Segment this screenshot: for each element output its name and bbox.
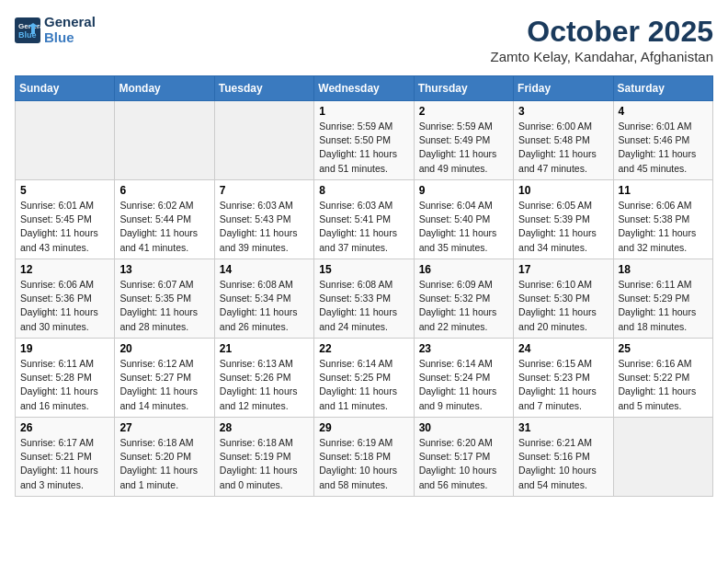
day-detail: Sunrise: 6:11 AMSunset: 5:28 PMDaylight:… [20,357,109,413]
weekday-header-monday: Monday [115,76,214,101]
calendar-cell: 16Sunrise: 6:09 AMSunset: 5:32 PMDayligh… [414,259,513,339]
day-number: 23 [419,342,508,355]
calendar-cell: 1Sunrise: 5:59 AMSunset: 5:50 PMDaylight… [314,101,414,180]
day-number: 10 [518,184,608,197]
calendar-cell: 22Sunrise: 6:14 AMSunset: 5:25 PMDayligh… [314,339,414,418]
day-number: 14 [220,263,309,276]
calendar-cell: 29Sunrise: 6:19 AMSunset: 5:18 PMDayligh… [314,418,414,497]
calendar-cell: 13Sunrise: 6:07 AMSunset: 5:35 PMDayligh… [115,259,214,339]
calendar-cell: 23Sunrise: 6:14 AMSunset: 5:24 PMDayligh… [414,339,513,418]
day-number: 1 [319,105,408,118]
calendar-cell: 2Sunrise: 5:59 AMSunset: 5:49 PMDaylight… [414,101,513,180]
logo-blue: Blue [44,30,96,46]
day-number: 18 [619,263,708,276]
day-detail: Sunrise: 6:11 AMSunset: 5:29 PMDaylight:… [619,278,708,334]
day-detail: Sunrise: 6:04 AMSunset: 5:40 PMDaylight:… [419,199,508,255]
day-detail: Sunrise: 5:59 AMSunset: 5:50 PMDaylight:… [319,120,408,176]
calendar-cell: 9Sunrise: 6:04 AMSunset: 5:40 PMDaylight… [414,180,513,259]
day-detail: Sunrise: 5:59 AMSunset: 5:49 PMDaylight:… [419,120,508,176]
calendar-cell [613,418,712,497]
day-number: 27 [119,421,209,434]
calendar-cell: 7Sunrise: 6:03 AMSunset: 5:43 PMDaylight… [214,180,313,259]
calendar-cell [214,101,313,180]
day-number: 12 [20,263,109,276]
calendar-cell: 31Sunrise: 6:21 AMSunset: 5:16 PMDayligh… [514,418,613,497]
calendar-cell: 4Sunrise: 6:01 AMSunset: 5:46 PMDaylight… [613,101,712,180]
day-detail: Sunrise: 6:06 AMSunset: 5:38 PMDaylight:… [619,199,708,255]
day-number: 30 [419,421,508,434]
day-number: 16 [419,263,508,276]
day-detail: Sunrise: 6:17 AMSunset: 5:21 PMDaylight:… [20,436,109,492]
day-number: 22 [319,342,408,355]
day-detail: Sunrise: 6:18 AMSunset: 5:20 PMDaylight:… [119,436,209,492]
calendar-cell: 17Sunrise: 6:10 AMSunset: 5:30 PMDayligh… [514,259,613,339]
day-number: 19 [20,342,109,355]
day-detail: Sunrise: 6:01 AMSunset: 5:45 PMDaylight:… [20,199,109,255]
calendar-cell: 11Sunrise: 6:06 AMSunset: 5:38 PMDayligh… [613,180,712,259]
day-detail: Sunrise: 6:10 AMSunset: 5:30 PMDaylight:… [518,278,608,334]
calendar-cell: 30Sunrise: 6:20 AMSunset: 5:17 PMDayligh… [414,418,513,497]
day-number: 8 [319,184,408,197]
calendar-cell: 20Sunrise: 6:12 AMSunset: 5:27 PMDayligh… [115,339,214,418]
calendar-cell [115,101,214,180]
weekday-header-friday: Friday [514,76,613,101]
calendar-cell: 25Sunrise: 6:16 AMSunset: 5:22 PMDayligh… [613,339,712,418]
weekday-header-wednesday: Wednesday [314,76,414,101]
calendar-cell: 27Sunrise: 6:18 AMSunset: 5:20 PMDayligh… [115,418,214,497]
day-number: 13 [119,263,209,276]
day-detail: Sunrise: 6:20 AMSunset: 5:17 PMDaylight:… [419,436,508,492]
calendar-cell [16,101,115,180]
day-detail: Sunrise: 6:06 AMSunset: 5:36 PMDaylight:… [20,278,109,334]
day-number: 21 [220,342,309,355]
day-detail: Sunrise: 6:21 AMSunset: 5:16 PMDaylight:… [518,436,608,492]
day-number: 28 [220,421,309,434]
day-detail: Sunrise: 6:14 AMSunset: 5:25 PMDaylight:… [319,357,408,413]
day-number: 5 [20,184,109,197]
day-detail: Sunrise: 6:14 AMSunset: 5:24 PMDaylight:… [419,357,508,413]
day-number: 17 [518,263,608,276]
day-number: 29 [319,421,408,434]
calendar-cell: 3Sunrise: 6:00 AMSunset: 5:48 PMDaylight… [514,101,613,180]
day-number: 25 [619,342,708,355]
day-number: 31 [518,421,608,434]
calendar-cell: 24Sunrise: 6:15 AMSunset: 5:23 PMDayligh… [514,339,613,418]
calendar-cell: 12Sunrise: 6:06 AMSunset: 5:36 PMDayligh… [16,259,115,339]
subtitle: Zamto Kelay, Kandahar, Afghanistan [491,49,713,64]
day-number: 3 [518,105,608,118]
calendar-cell: 18Sunrise: 6:11 AMSunset: 5:29 PMDayligh… [613,259,712,339]
day-number: 9 [419,184,508,197]
day-detail: Sunrise: 6:15 AMSunset: 5:23 PMDaylight:… [518,357,608,413]
day-number: 24 [518,342,608,355]
day-detail: Sunrise: 6:01 AMSunset: 5:46 PMDaylight:… [619,120,708,176]
day-detail: Sunrise: 6:03 AMSunset: 5:43 PMDaylight:… [220,199,309,255]
day-detail: Sunrise: 6:18 AMSunset: 5:19 PMDaylight:… [220,436,309,492]
day-number: 4 [619,105,708,118]
day-number: 2 [419,105,508,118]
day-detail: Sunrise: 6:08 AMSunset: 5:34 PMDaylight:… [220,278,309,334]
calendar-cell: 26Sunrise: 6:17 AMSunset: 5:21 PMDayligh… [16,418,115,497]
day-detail: Sunrise: 6:05 AMSunset: 5:39 PMDaylight:… [518,199,608,255]
title-section: October 2025 Zamto Kelay, Kandahar, Afgh… [491,15,713,64]
calendar-cell: 15Sunrise: 6:08 AMSunset: 5:33 PMDayligh… [314,259,414,339]
calendar-cell: 10Sunrise: 6:05 AMSunset: 5:39 PMDayligh… [514,180,613,259]
month-title: October 2025 [491,15,713,49]
day-detail: Sunrise: 6:08 AMSunset: 5:33 PMDaylight:… [319,278,408,334]
day-number: 11 [619,184,708,197]
day-number: 20 [119,342,209,355]
day-detail: Sunrise: 6:19 AMSunset: 5:18 PMDaylight:… [319,436,408,492]
day-detail: Sunrise: 6:16 AMSunset: 5:22 PMDaylight:… [619,357,708,413]
day-detail: Sunrise: 6:03 AMSunset: 5:41 PMDaylight:… [319,199,408,255]
day-number: 26 [20,421,109,434]
logo-general: General [44,15,96,30]
day-detail: Sunrise: 6:07 AMSunset: 5:35 PMDaylight:… [119,278,209,334]
logo: General Blue General Blue [15,15,96,45]
calendar-cell: 19Sunrise: 6:11 AMSunset: 5:28 PMDayligh… [16,339,115,418]
calendar-cell: 8Sunrise: 6:03 AMSunset: 5:41 PMDaylight… [314,180,414,259]
weekday-header-tuesday: Tuesday [214,76,313,101]
weekday-header-sunday: Sunday [16,76,115,101]
weekday-header-saturday: Saturday [613,76,712,101]
day-detail: Sunrise: 6:02 AMSunset: 5:44 PMDaylight:… [119,199,209,255]
day-detail: Sunrise: 6:09 AMSunset: 5:32 PMDaylight:… [419,278,508,334]
calendar-cell: 21Sunrise: 6:13 AMSunset: 5:26 PMDayligh… [214,339,313,418]
day-detail: Sunrise: 6:13 AMSunset: 5:26 PMDaylight:… [220,357,309,413]
